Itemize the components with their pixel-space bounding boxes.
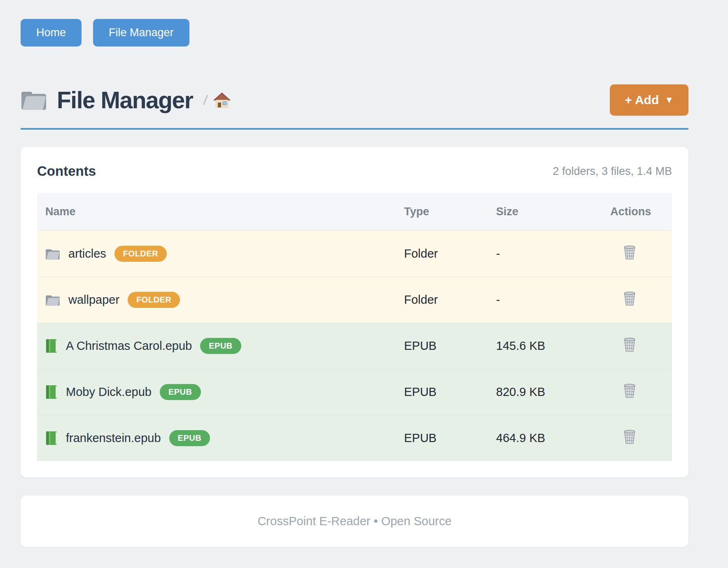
breadcrumb-separator: / bbox=[203, 92, 209, 108]
contents-card: Contents 2 folders, 3 files, 1.4 MB Name… bbox=[21, 147, 688, 477]
type-badge: FOLDER bbox=[128, 292, 180, 308]
footer: CrossPoint E-Reader • Open Source bbox=[21, 496, 688, 547]
delete-button[interactable] bbox=[623, 337, 637, 353]
table-row[interactable]: Moby Dick.epub EPUB EPUB 820.9 KB bbox=[37, 369, 672, 415]
trash-icon bbox=[623, 291, 637, 307]
file-name[interactable]: Moby Dick.epub bbox=[66, 385, 152, 399]
file-size: - bbox=[488, 277, 602, 323]
trash-icon bbox=[623, 383, 637, 399]
file-name[interactable]: articles bbox=[68, 247, 106, 261]
contents-summary: 2 folders, 3 files, 1.4 MB bbox=[553, 165, 672, 178]
contents-title: Contents bbox=[37, 163, 96, 179]
book-icon bbox=[45, 385, 58, 399]
contents-card-header: Contents 2 folders, 3 files, 1.4 MB bbox=[37, 163, 672, 179]
folder-icon bbox=[45, 294, 60, 306]
delete-button[interactable] bbox=[623, 383, 637, 399]
folder-icon bbox=[45, 248, 60, 260]
type-badge: EPUB bbox=[169, 430, 210, 446]
column-header-actions: Actions bbox=[602, 193, 672, 231]
title-group: File Manager / bbox=[21, 87, 231, 113]
page-title: File Manager bbox=[57, 87, 193, 113]
column-header-size: Size bbox=[488, 193, 602, 231]
type-badge: FOLDER bbox=[114, 246, 167, 262]
file-name[interactable]: wallpaper bbox=[68, 293, 119, 307]
footer-text: CrossPoint E-Reader • Open Source bbox=[257, 514, 451, 528]
table-row[interactable]: wallpaper FOLDER Folder - bbox=[37, 277, 672, 323]
table-row[interactable]: A Christmas Carol.epub EPUB EPUB 145.6 K… bbox=[37, 323, 672, 369]
file-type: EPUB bbox=[396, 369, 488, 415]
file-type: Folder bbox=[396, 277, 488, 323]
house-icon[interactable] bbox=[213, 92, 231, 108]
table-header-row: Name Type Size Actions bbox=[37, 193, 672, 231]
trash-icon bbox=[623, 337, 637, 353]
type-badge: EPUB bbox=[160, 384, 201, 400]
top-nav: Home File Manager bbox=[21, 19, 688, 47]
file-type: EPUB bbox=[396, 323, 488, 369]
page-header: File Manager / + Add ▼ bbox=[21, 84, 688, 116]
file-name[interactable]: frankenstein.epub bbox=[66, 431, 161, 445]
trash-icon bbox=[623, 244, 637, 261]
table-row[interactable]: frankenstein.epub EPUB EPUB 464.9 KB bbox=[37, 415, 672, 461]
header-divider bbox=[21, 128, 688, 130]
folder-icon bbox=[21, 89, 47, 111]
delete-button[interactable] bbox=[623, 291, 637, 307]
chevron-down-icon: ▼ bbox=[665, 95, 674, 105]
file-size: 145.6 KB bbox=[488, 323, 602, 369]
delete-button[interactable] bbox=[623, 244, 637, 261]
file-type: EPUB bbox=[396, 415, 488, 461]
type-badge: EPUB bbox=[200, 338, 241, 354]
file-size: 464.9 KB bbox=[488, 415, 602, 461]
column-header-type: Type bbox=[396, 193, 488, 231]
book-icon bbox=[45, 431, 58, 445]
file-name[interactable]: A Christmas Carol.epub bbox=[66, 339, 192, 353]
delete-button[interactable] bbox=[623, 429, 637, 445]
nav-home-button[interactable]: Home bbox=[21, 19, 82, 47]
trash-icon bbox=[623, 429, 637, 445]
column-header-name: Name bbox=[37, 193, 396, 231]
page: Home File Manager File Manager / + Add ▼… bbox=[0, 0, 728, 547]
book-icon bbox=[45, 339, 58, 353]
table-row[interactable]: articles FOLDER Folder - bbox=[37, 231, 672, 277]
nav-file-manager-button[interactable]: File Manager bbox=[93, 19, 189, 47]
file-size: - bbox=[488, 231, 602, 277]
file-size: 820.9 KB bbox=[488, 369, 602, 415]
file-table: Name Type Size Actions articles FOLDER F… bbox=[37, 193, 672, 461]
breadcrumb: / bbox=[203, 92, 230, 108]
add-button[interactable]: + Add ▼ bbox=[610, 84, 688, 116]
file-type: Folder bbox=[396, 231, 488, 277]
add-button-label: + Add bbox=[625, 93, 659, 107]
